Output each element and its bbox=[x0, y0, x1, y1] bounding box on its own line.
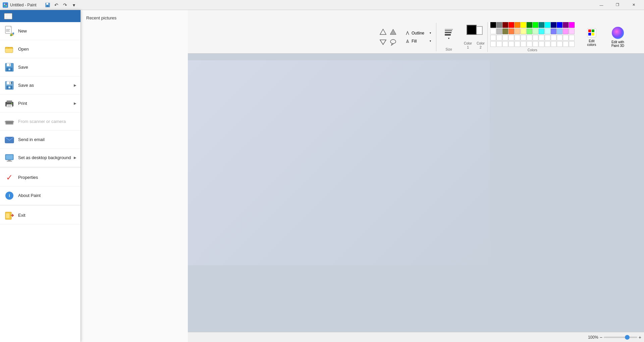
swatch-lightyellow[interactable] bbox=[521, 28, 526, 34]
swatch-silver[interactable] bbox=[496, 28, 502, 34]
extra-swatch-21[interactable] bbox=[527, 41, 532, 47]
swatch-lightorange[interactable] bbox=[508, 28, 514, 34]
zoom-in-button[interactable]: + bbox=[639, 335, 641, 340]
extra-swatch-3[interactable] bbox=[502, 35, 508, 41]
extra-swatch-28[interactable] bbox=[569, 41, 575, 47]
swatch-purple[interactable] bbox=[563, 22, 569, 28]
extra-swatch-19[interactable] bbox=[515, 41, 520, 47]
swatch-orange[interactable] bbox=[515, 22, 520, 28]
shape-up-arrow-filled[interactable] bbox=[388, 27, 398, 37]
extra-swatch-20[interactable] bbox=[521, 41, 526, 47]
menu-item-saveas[interactable]: + Save as ▶ bbox=[0, 76, 80, 94]
swatch-magenta[interactable] bbox=[569, 22, 575, 28]
extra-swatch-14[interactable] bbox=[569, 35, 575, 41]
quick-access-dropdown[interactable]: ▾ bbox=[70, 1, 78, 9]
menu-item-about[interactable]: i About Paint bbox=[0, 187, 80, 205]
extra-swatch-7[interactable] bbox=[527, 35, 532, 41]
file-menu-tab[interactable]: File bbox=[4, 13, 12, 19]
swatch-white[interactable] bbox=[490, 28, 496, 34]
svg-point-48 bbox=[11, 103, 12, 104]
extra-swatch-27[interactable] bbox=[563, 41, 569, 47]
edit-colors-button[interactable]: Editcolors bbox=[580, 25, 603, 49]
menu-item-scanner[interactable]: From scanner or camera bbox=[0, 113, 80, 131]
save-quick-button[interactable] bbox=[44, 1, 52, 9]
menu-item-open-label: Open bbox=[18, 47, 29, 52]
extra-swatch-8[interactable] bbox=[533, 35, 538, 41]
swatch-mintgreen[interactable] bbox=[533, 28, 538, 34]
extra-swatch-4[interactable] bbox=[508, 35, 514, 41]
swatch-darkred[interactable] bbox=[502, 22, 508, 28]
zoom-percentage: 100% bbox=[588, 335, 598, 340]
shape-down-arrow[interactable] bbox=[378, 38, 388, 47]
extra-swatch-12[interactable] bbox=[557, 35, 562, 41]
extra-swatch-16[interactable] bbox=[496, 41, 502, 47]
size-button[interactable]: ▾ bbox=[440, 23, 457, 46]
edit-paint3d-button[interactable]: Edit withPaint 3D bbox=[606, 25, 630, 49]
extra-swatch-5[interactable] bbox=[515, 35, 520, 41]
swatch-lavender[interactable] bbox=[563, 28, 569, 34]
fill-button[interactable]: Fill ▾ bbox=[403, 38, 433, 45]
svg-rect-2 bbox=[6, 4, 7, 5]
zoom-slider[interactable] bbox=[604, 337, 637, 338]
swatch-blue[interactable] bbox=[557, 22, 562, 28]
swatch-cornflower[interactable] bbox=[557, 28, 562, 34]
extra-swatch-13[interactable] bbox=[563, 35, 569, 41]
menu-item-exit[interactable]: Exit bbox=[0, 206, 80, 224]
extra-swatch-6[interactable] bbox=[521, 35, 526, 41]
swatch-darkgreen[interactable] bbox=[527, 22, 532, 28]
extra-swatch-17[interactable] bbox=[502, 41, 508, 47]
menu-item-save[interactable]: Save bbox=[0, 58, 80, 76]
extra-swatch-22[interactable] bbox=[533, 41, 538, 47]
swatch-blushpink[interactable] bbox=[569, 28, 575, 34]
menu-item-print[interactable]: Print ▶ bbox=[0, 94, 80, 113]
extra-swatch-9[interactable] bbox=[539, 35, 544, 41]
menu-item-new[interactable]: New bbox=[0, 22, 80, 40]
outline-button[interactable]: Outline ▾ bbox=[403, 30, 433, 37]
extra-swatch-15[interactable] bbox=[490, 41, 496, 47]
close-button[interactable]: ✕ bbox=[626, 0, 641, 10]
swatch-lightgreen[interactable] bbox=[527, 28, 532, 34]
paint-canvas[interactable] bbox=[188, 60, 490, 265]
menu-item-desktop[interactable]: Set as desktop background ▶ bbox=[0, 149, 80, 167]
swatch-yellow[interactable] bbox=[521, 22, 526, 28]
swatch-olive[interactable] bbox=[502, 28, 508, 34]
menu-item-properties[interactable]: ✓ Properties bbox=[0, 168, 80, 187]
window-title: Untitled - Paint bbox=[10, 3, 37, 7]
extra-swatch-11[interactable] bbox=[551, 35, 556, 41]
shape-bubble[interactable] bbox=[388, 38, 398, 47]
swatch-cyan[interactable] bbox=[545, 22, 550, 28]
swatch-periwinkle[interactable] bbox=[551, 28, 556, 34]
shape-up-arrow[interactable] bbox=[378, 27, 388, 37]
extra-swatch-2[interactable] bbox=[496, 35, 502, 41]
swatch-teal[interactable] bbox=[539, 22, 544, 28]
zoom-out-button[interactable]: − bbox=[600, 335, 602, 340]
swatch-navy[interactable] bbox=[551, 22, 556, 28]
swatch-black[interactable] bbox=[490, 22, 496, 28]
menu-item-scanner-label: From scanner or camera bbox=[18, 119, 66, 124]
extra-swatch-26[interactable] bbox=[557, 41, 562, 47]
extra-swatch-24[interactable] bbox=[545, 41, 550, 47]
svg-rect-0 bbox=[3, 3, 7, 7]
undo-button[interactable]: ↶ bbox=[52, 1, 60, 9]
swatch-palechblue[interactable] bbox=[545, 28, 550, 34]
swatch-gray[interactable] bbox=[496, 22, 502, 28]
minimize-button[interactable]: — bbox=[594, 0, 609, 10]
color1-selector[interactable] bbox=[467, 25, 477, 35]
extra-swatch-10[interactable] bbox=[545, 35, 550, 41]
redo-button[interactable]: ↷ bbox=[61, 1, 69, 9]
menu-item-new-label: New bbox=[18, 28, 27, 33]
swatch-peach[interactable] bbox=[515, 28, 520, 34]
maximize-button[interactable]: ❐ bbox=[610, 0, 625, 10]
extra-swatch-25[interactable] bbox=[551, 41, 556, 47]
swatch-red[interactable] bbox=[508, 22, 514, 28]
outline-dropdown-icon: ▾ bbox=[430, 31, 431, 35]
extra-swatch-23[interactable] bbox=[539, 41, 544, 47]
menu-item-email[interactable]: Send in email bbox=[0, 131, 80, 149]
zoom-thumb[interactable] bbox=[625, 335, 630, 340]
extra-swatch-18[interactable] bbox=[508, 41, 514, 47]
extra-swatch-1[interactable] bbox=[490, 35, 496, 41]
zoom-controls: 100% − + bbox=[588, 335, 641, 340]
menu-item-open[interactable]: Open bbox=[0, 40, 80, 58]
swatch-lightcyan[interactable] bbox=[539, 28, 544, 34]
swatch-green[interactable] bbox=[533, 22, 538, 28]
